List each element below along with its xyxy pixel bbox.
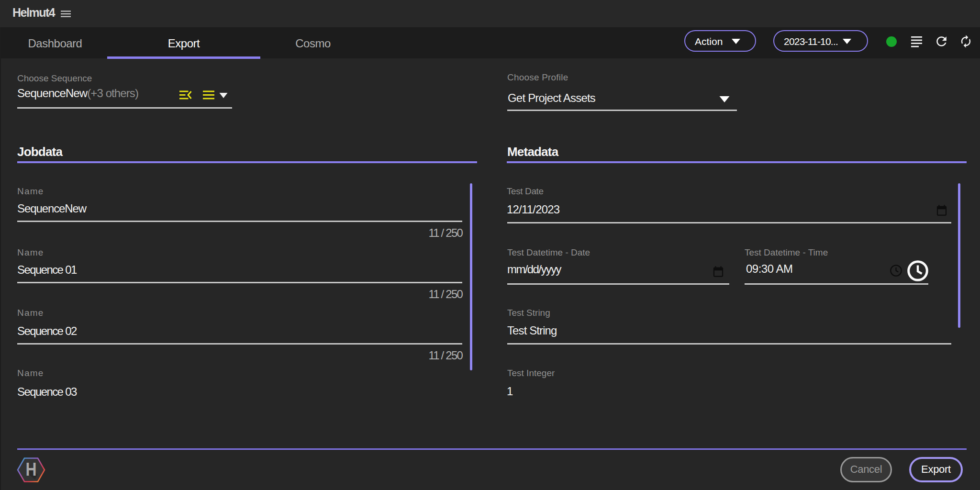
- svg-text:H: H: [26, 459, 37, 479]
